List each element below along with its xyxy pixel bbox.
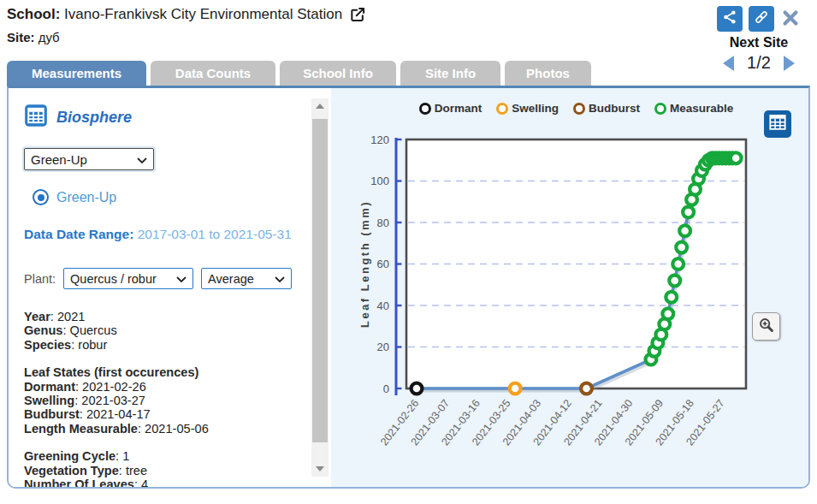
sidebar-scrollbar[interactable]: [311, 98, 329, 477]
school-name: Ivano-Frankivsk City Environmental Stati…: [64, 6, 342, 22]
chart-zoom-button[interactable]: [752, 312, 780, 341]
legend-marker-icon: [496, 103, 508, 115]
point-dormant: [411, 383, 423, 394]
aggregate-select-value: Average: [208, 272, 254, 286]
legend-marker-icon: [654, 103, 666, 115]
chart-panel: 020406080100120Leaf Length (mm)2021-02-2…: [331, 88, 808, 487]
tab-data-counts[interactable]: Data Counts: [151, 61, 275, 86]
point-budburst: [581, 383, 592, 394]
link-icon: [753, 9, 770, 29]
legend-marker-icon: [573, 103, 585, 115]
greenup-radio[interactable]: [33, 189, 49, 205]
tab-measurements[interactable]: Measurements: [7, 61, 146, 86]
legend-item-swelling: Swelling: [496, 102, 559, 115]
chevron-down-icon: [275, 272, 285, 286]
protocol-select-value: Green-Up: [31, 152, 87, 167]
aggregate-select[interactable]: Average: [201, 268, 292, 289]
svg-text:80: 80: [377, 216, 389, 229]
legend-marker-icon: [419, 103, 431, 115]
plant-label: Plant:: [24, 272, 56, 286]
scroll-up-icon[interactable]: [311, 98, 329, 114]
info-row: Species: robur: [24, 338, 306, 352]
info-row: Swelling: 2021-03-27: [24, 394, 306, 407]
chart-data-table-button[interactable]: [764, 110, 791, 138]
info-row: Dormant: 2021-02-26: [24, 380, 306, 394]
table-icon: [767, 111, 789, 137]
point-measurable: [669, 276, 680, 287]
legend-item-budburst: Budburst: [573, 102, 640, 115]
prev-site-arrow-icon[interactable]: [723, 56, 734, 71]
info-row: Year: 2021: [24, 310, 306, 323]
close-icon: [781, 9, 800, 31]
chevron-down-icon: [176, 272, 186, 286]
greenup-radio-label: Green-Up: [56, 190, 116, 205]
protocol-select[interactable]: Green-Up: [24, 148, 154, 170]
info-row: Genus: Quercus: [24, 323, 306, 337]
svg-text:Leaf Length (mm): Leaf Length (mm): [358, 200, 371, 328]
leaf-length-chart: 020406080100120Leaf Length (mm)2021-02-2…: [331, 88, 808, 487]
scroll-down-icon[interactable]: [311, 461, 329, 477]
date-range-label: Data Date Range:: [24, 227, 133, 241]
svg-text:20: 20: [377, 341, 389, 353]
legend-item-dormant: Dormant: [419, 102, 483, 115]
svg-text:40: 40: [377, 299, 389, 312]
site-name: дуб: [38, 30, 60, 44]
school-label: School:: [7, 6, 60, 22]
point-measurable: [676, 242, 687, 253]
sidebar: Biosphere Green-Up Green-Up Data Date Ra…: [9, 88, 310, 487]
tab-school-info[interactable]: School Info: [280, 61, 396, 86]
scrollbar-thumb[interactable]: [312, 119, 328, 442]
plant-info: Year: 2021Genus: QuercusSpecies: roburLe…: [24, 310, 306, 487]
svg-text:60: 60: [377, 258, 389, 270]
info-row: Budburst: 2021-04-17: [24, 407, 306, 421]
link-button[interactable]: [749, 6, 774, 32]
point-measurable: [672, 258, 684, 270]
tab-photos[interactable]: Photos: [505, 61, 591, 86]
share-icon: [721, 9, 738, 29]
point-measurable: [731, 152, 742, 163]
point-measurable: [683, 206, 694, 217]
svg-text:120: 120: [370, 133, 389, 146]
info-row: Greening Cycle: 1: [24, 449, 306, 463]
svg-text:0: 0: [383, 382, 389, 395]
point-measurable: [679, 225, 690, 236]
info-row: Number Of Leaves: 4: [24, 477, 306, 487]
next-site-arrow-icon[interactable]: [784, 56, 795, 71]
header-right: Next Site 1/2: [711, 6, 807, 73]
share-button[interactable]: [717, 6, 743, 32]
info-group: Year: 2021Genus: QuercusSpecies: robur: [24, 310, 306, 352]
pager-count: 1/2: [747, 53, 771, 73]
magnifier-plus-icon: [757, 316, 776, 338]
site-pager: 1/2: [723, 53, 795, 73]
next-site-label: Next Site: [730, 35, 788, 50]
chevron-down-icon: [137, 152, 147, 167]
date-range-value: 2017-03-01 to 2021-05-31: [138, 227, 292, 241]
measurements-panel: Biosphere Green-Up Green-Up Data Date Ra…: [7, 86, 810, 489]
info-group: Greening Cycle: 1Vegetation Type: treeNu…: [24, 449, 306, 487]
info-row: Length Measurable: 2021-05-06: [24, 422, 306, 436]
chart-legend: DormantSwellingBudburstMeasurable: [406, 102, 746, 115]
section-title: Biosphere: [56, 109, 132, 127]
site-label: Site:: [7, 30, 35, 44]
svg-text:100: 100: [370, 175, 389, 187]
info-heading: Leaf States (first occurences): [24, 365, 306, 379]
legend-item-measurable: Measurable: [654, 102, 733, 115]
point-swelling: [510, 383, 521, 394]
info-group: Leaf States (first occurences)Dormant: 2…: [24, 365, 306, 436]
date-range: Data Date Range: 2017-03-01 to 2021-05-3…: [24, 227, 306, 242]
school-title: School: Ivano-Frankivsk City Environment…: [7, 6, 366, 23]
header: School: Ivano-Frankivsk City Environment…: [7, 6, 366, 44]
plant-select-value: Quercus / robur: [70, 272, 157, 286]
point-measurable: [662, 308, 673, 319]
open-external-icon[interactable]: [349, 6, 366, 23]
tab-bar: MeasurementsData CountsSchool InfoSite I…: [7, 61, 591, 86]
site-title: Site: дуб: [7, 30, 366, 44]
info-row: Vegetation Type: tree: [24, 464, 306, 477]
tab-site-info[interactable]: Site Info: [400, 61, 500, 86]
plant-select[interactable]: Quercus / robur: [63, 268, 193, 289]
table-icon[interactable]: [24, 104, 48, 131]
close-button[interactable]: [780, 9, 801, 29]
point-measurable: [666, 292, 677, 303]
